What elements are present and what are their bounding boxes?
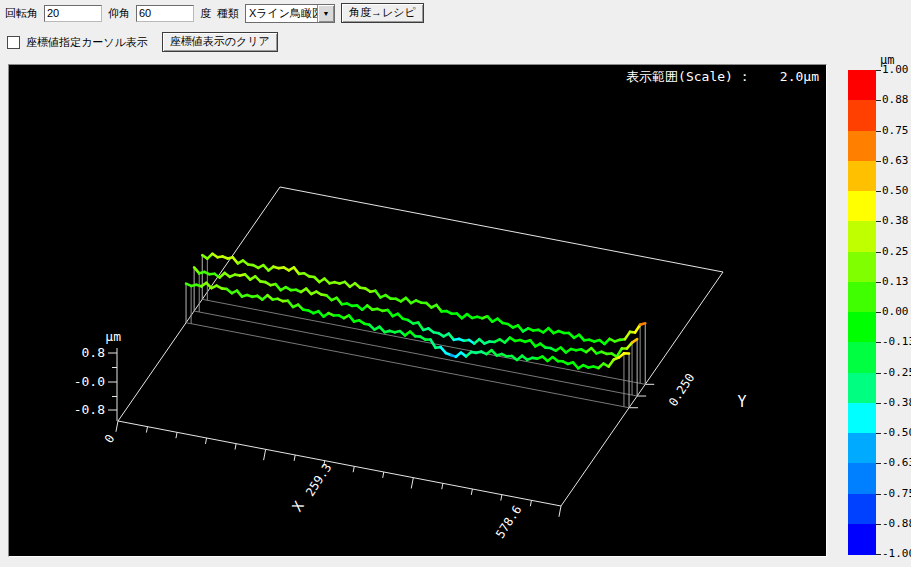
colorbar-segment [848,433,876,464]
y-axis-tick-label: 0.250 [666,371,697,409]
x-axis-tick [116,421,118,432]
colorbar-tick [876,433,881,434]
scale-range-text: 表示範囲(Scale) : 2.0μm [626,68,819,86]
profile-baseline [186,323,629,408]
plot-area: 0.8-0.0-0.8μm0259.3578.6X0.250Y 表示範囲(Sca… [8,64,827,557]
colorbar-tick [876,403,881,404]
colorbar-tick [876,373,881,374]
x-axis-tick [176,432,177,438]
colorbar-tick-label: -0.38 [882,397,911,409]
app-window: { "toolbar": { "rotation_label": "回転角", … [0,0,911,567]
profile-baseline [202,299,645,384]
elevation-angle-label: 仰角 [108,6,130,21]
colorbar-tick-label: -0.88 [882,518,911,530]
colorbar-tick-label: 0.75 [882,125,911,137]
colorbar-segment [848,100,876,131]
colorbar-tick-label: 0.38 [882,215,911,227]
x-axis-tick [205,438,206,444]
colorbar-tick-label: 0.25 [882,246,911,258]
colorbar-segment [848,221,876,252]
colorbar-tick-label: 0.88 [882,94,911,106]
colorbar-tick [876,191,881,192]
coordinate-toolbar: 座標値指定カーソル表示 座標値表示のクリア [7,33,278,51]
colorbar-tick-label: 0.63 [882,155,911,167]
profile-line-segment [418,323,423,330]
colorbar-segment [848,342,876,373]
colorbar-tick [876,282,881,283]
x-axis-tick-label: 259.3 [303,461,334,499]
profile-line-segment [640,323,645,324]
x-axis-tick [411,478,413,489]
x-axis-tick [471,489,472,495]
colorbar-tick [876,252,881,253]
profile-line-segment [635,325,640,333]
coordinate-cursor-checkbox[interactable] [7,36,20,49]
coordinate-cursor-checkbox-label: 座標値指定カーソル表示 [26,35,148,50]
colorbar-segment [848,403,876,434]
x-axis-tick [442,483,443,489]
colorbar-tick [876,554,881,555]
surface-plot-3d: 0.8-0.0-0.8μm0259.3578.6X0.250Y [9,65,826,556]
colorbar-tick-label: 0.13 [882,276,911,288]
colorbar-tick [876,70,881,71]
colorbar-segment [848,524,876,555]
elevation-angle-input[interactable] [136,5,194,22]
colorbar-tick [876,100,881,101]
rotation-angle-input[interactable] [44,5,102,22]
type-label: 種類 [217,6,239,21]
colorbar-tick-label: -0.75 [882,488,911,500]
rotation-angle-label: 回転角 [5,6,38,21]
x-axis-tick [294,455,295,461]
scale-range-value [749,69,780,84]
colorbar-segment [848,131,876,162]
colorbar-gradient [848,70,876,554]
scale-range-label: 表示範囲(Scale) : [626,69,748,84]
colorbar-tick-label: -0.63 [882,457,911,469]
colorbar-tick [876,342,881,343]
x-axis-tick [353,466,354,472]
colorbar-segment [848,191,876,222]
z-axis-tick-label: -0.0 [74,374,105,389]
z-axis-unit-label: μm [105,329,121,344]
colorbar-segment [848,373,876,404]
y-axis-line [561,272,723,506]
z-axis-tick-label: 0.8 [82,345,105,360]
colorbar-tick-label: 1.00 [882,64,911,76]
z-axis-tick-label: -0.8 [74,402,105,417]
colorbar-tick-label: -0.25 [882,367,911,379]
colorbar-segment [848,252,876,283]
colorbar-tick [876,161,881,162]
view-type-combobox-value: Xライン鳥瞰図 [246,5,317,22]
view-type-combobox[interactable]: Xライン鳥瞰図 ▼ [245,4,335,23]
colorbar-segment [848,282,876,313]
profile-line-segment [632,339,637,343]
angle-to-recipe-button[interactable]: 角度→レシピ [341,3,424,23]
chevron-down-icon: ▼ [323,10,330,17]
x-axis-tick [383,472,384,478]
x-axis-tick [530,500,531,506]
y-axis-title: Y [737,393,746,411]
colorbar-tick [876,524,881,525]
x-axis-tick [501,495,502,501]
colorbar-tick-label: 0.50 [882,185,911,197]
colorbar-tick [876,312,881,313]
colorbar-tick-label: 0.00 [882,306,911,318]
degree-label: 度 [200,6,211,21]
x-axis-tick-label: 0 [102,432,118,446]
colorbar-segment [848,312,876,343]
colorbar-segment [848,70,876,101]
x-axis-line [118,421,561,506]
colorbar-tick [876,494,881,495]
colorbar-tick-label: -0.50 [882,427,911,439]
x-axis-tick [264,449,266,460]
colorbar-tick-label: -1.00 [882,548,911,560]
clear-coordinate-display-button[interactable]: 座標値表示のクリア [162,32,278,52]
x-axis-title: X [289,498,307,514]
colorbar: μm 1.000.880.750.630.500.380.250.130.00-… [846,52,911,564]
x-axis-tick [235,444,236,450]
colorbar-segment [848,494,876,525]
scale-range-value-num: 2.0μm [780,69,819,84]
combobox-dropdown-button[interactable]: ▼ [317,5,334,22]
x-axis-tick-label: 578.6 [493,503,524,541]
colorbar-tick [876,463,881,464]
